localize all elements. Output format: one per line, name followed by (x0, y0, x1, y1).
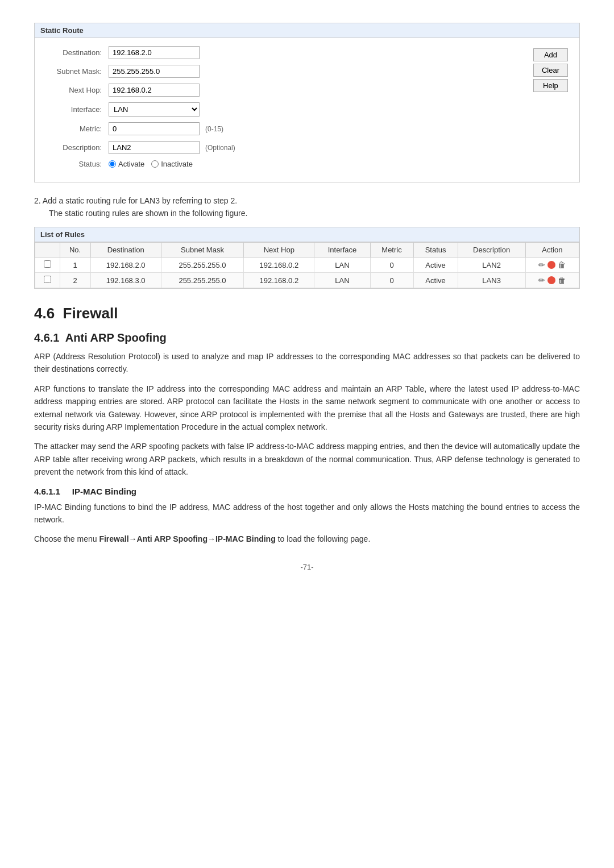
section-ipmac-heading: 4.6.1.1 IP-MAC Binding (34, 487, 580, 496)
subnet-mask-label: Subnet Mask: (46, 67, 109, 76)
row-interface: LAN (314, 273, 370, 288)
activate-text: Activate (118, 160, 144, 168)
destination-row: Destination: (46, 46, 522, 59)
metric-label: Metric: (46, 124, 109, 133)
destination-input[interactable] (109, 46, 200, 59)
interface-select[interactable]: LAN WAN (109, 102, 200, 117)
rules-table: No. Destination Subnet Mask Next Hop Int… (35, 242, 579, 288)
arp-para1: ARP (Address Resolution Protocol) is use… (34, 350, 580, 376)
metric-input[interactable] (109, 122, 200, 135)
table-row: 2 192.168.3.0 255.255.255.0 192.168.0.2 … (35, 273, 579, 288)
row-status: Active (413, 273, 458, 288)
row-destination: 192.168.2.0 (90, 258, 161, 273)
ipmac-menu-path: Firewall→Anti ARP Spoofing→IP-MAC Bindin… (99, 534, 275, 543)
arp-para3: The attacker may send the ARP spoofing p… (34, 440, 580, 478)
subnet-mask-row: Subnet Mask: (46, 65, 522, 78)
description-label: Description: (46, 143, 109, 152)
list-of-rules-panel: List of Rules No. Destination Subnet Mas… (34, 227, 580, 289)
col-subnet-mask: Subnet Mask (161, 243, 243, 258)
col-description: Description (458, 243, 525, 258)
row-subnet-mask: 255.255.255.0 (161, 273, 243, 288)
col-interface: Interface (314, 243, 370, 258)
metric-row: Metric: (0-15) (46, 122, 522, 135)
section-arp-num: 4.6.1 (34, 331, 59, 344)
section-arp-heading: 4.6.1 Anti ARP Spoofing (34, 331, 580, 344)
activate-radio[interactable] (109, 160, 116, 168)
row-no: 2 (60, 273, 90, 288)
subnet-mask-input[interactable] (109, 65, 200, 78)
description-input[interactable] (109, 141, 200, 154)
ipmac-para2-pre: Choose the menu (34, 534, 99, 543)
row-check[interactable] (44, 260, 51, 268)
disable-icon[interactable] (547, 261, 555, 269)
row-description: LAN3 (458, 273, 525, 288)
page-number: -71- (34, 563, 580, 571)
list-of-rules-title: List of Rules (35, 227, 579, 242)
col-no: No. (60, 243, 90, 258)
row-next-hop: 192.168.0.2 (244, 273, 314, 288)
step-text: 2. Add a static routing rule for LAN3 by… (34, 196, 580, 205)
arp-para2: ARP functions to translate the IP addres… (34, 383, 580, 434)
status-radio-group: Activate Inactivate (109, 160, 193, 168)
ipmac-para2: Choose the menu Firewall→Anti ARP Spoofi… (34, 533, 580, 545)
ipmac-para2-post: to load the following page. (276, 534, 371, 543)
static-route-panel-title: Static Route (35, 23, 579, 38)
row-action: ✏ 🗑 (525, 258, 579, 273)
section-arp-title: Anti ARP Spoofing (65, 331, 167, 344)
row-metric: 0 (370, 273, 413, 288)
inactivate-text: Inactivate (161, 160, 193, 168)
section-firewall-num: 4.6 (34, 305, 55, 322)
edit-icon[interactable]: ✏ (538, 276, 545, 285)
row-action: ✏ 🗑 (525, 273, 579, 288)
step-sub-text: The static routing rules are shown in th… (49, 209, 580, 218)
destination-label: Destination: (46, 48, 109, 57)
row-status: Active (413, 258, 458, 273)
static-route-form: Destination: Subnet Mask: Next Hop: Inte… (46, 46, 522, 174)
edit-icon[interactable]: ✏ (538, 260, 545, 269)
row-destination: 192.168.3.0 (90, 273, 161, 288)
col-checkbox (35, 243, 60, 258)
row-description: LAN2 (458, 258, 525, 273)
disable-icon[interactable] (547, 276, 555, 284)
description-row: Description: (Optional) (46, 141, 522, 154)
activate-radio-label[interactable]: Activate (109, 160, 144, 168)
add-button[interactable]: Add (533, 48, 568, 61)
col-status: Status (413, 243, 458, 258)
delete-icon[interactable]: 🗑 (558, 276, 566, 285)
section-ipmac-num: 4.6.1.1 (34, 487, 60, 496)
interface-row: Interface: LAN WAN (46, 102, 522, 117)
table-header-row: No. Destination Subnet Mask Next Hop Int… (35, 243, 579, 258)
col-metric: Metric (370, 243, 413, 258)
row-metric: 0 (370, 258, 413, 273)
section-ipmac-title: IP-MAC Binding (72, 487, 136, 496)
section-firewall-title: Firewall (63, 305, 118, 322)
static-route-panel: Static Route Destination: Subnet Mask: N… (34, 23, 580, 182)
delete-icon[interactable]: 🗑 (558, 260, 566, 269)
clear-button[interactable]: Clear (533, 64, 568, 77)
inactivate-radio-label[interactable]: Inactivate (151, 160, 193, 168)
table-row: 1 192.168.2.0 255.255.255.0 192.168.0.2 … (35, 258, 579, 273)
ipmac-para1: IP-MAC Binding functions to bind the IP … (34, 501, 580, 526)
description-hint: (Optional) (205, 144, 235, 152)
col-destination: Destination (90, 243, 161, 258)
row-subnet-mask: 255.255.255.0 (161, 258, 243, 273)
action-buttons-group: Add Clear Help (533, 46, 568, 174)
col-next-hop: Next Hop (244, 243, 314, 258)
status-row: Status: Activate Inactivate (46, 160, 522, 168)
interface-label: Interface: (46, 105, 109, 114)
next-hop-label: Next Hop: (46, 86, 109, 94)
row-checkbox[interactable] (35, 258, 60, 273)
help-button[interactable]: Help (533, 79, 568, 92)
row-next-hop: 192.168.0.2 (244, 258, 314, 273)
section-firewall-heading: 4.6 Firewall (34, 305, 580, 322)
row-interface: LAN (314, 258, 370, 273)
inactivate-radio[interactable] (151, 160, 159, 168)
col-action: Action (525, 243, 579, 258)
row-checkbox[interactable] (35, 273, 60, 288)
status-label: Status: (46, 160, 109, 168)
metric-hint: (0-15) (205, 125, 223, 133)
row-check[interactable] (44, 276, 51, 283)
next-hop-input[interactable] (109, 84, 200, 97)
next-hop-row: Next Hop: (46, 84, 522, 97)
row-no: 1 (60, 258, 90, 273)
